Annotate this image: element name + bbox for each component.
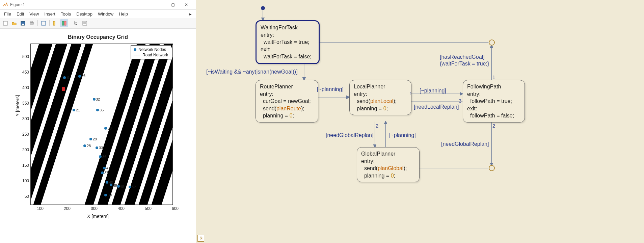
- network-node: [63, 76, 66, 79]
- close-button[interactable]: ✕: [180, 0, 193, 9]
- open-icon[interactable]: [10, 19, 18, 27]
- menu-bar: File Edit View Insert Tools Desktop Wind…: [0, 10, 196, 18]
- transition-follow-need-global-replan[interactable]: [needGlobalReplan]: [441, 141, 489, 147]
- insert-legend-icon[interactable]: [81, 19, 89, 27]
- new-figure-icon[interactable]: [1, 19, 9, 27]
- state-waiting-for-task[interactable]: WaitingForTask entry: waitForTask = true…: [256, 20, 320, 64]
- network-node: [73, 109, 75, 111]
- node-label: 48: [120, 184, 124, 188]
- menu-window[interactable]: Window: [95, 11, 116, 17]
- svg-rect-2: [22, 24, 24, 25]
- window-titlebar[interactable]: Figure 1 — ▢ ✕: [0, 0, 196, 10]
- x-axis-label: X [meters]: [0, 214, 196, 219]
- xtick: 300: [89, 206, 99, 211]
- network-node: [117, 185, 120, 188]
- menu-desktop[interactable]: Desktop: [74, 11, 95, 17]
- ytick: 150: [21, 163, 29, 168]
- transition-has-reached-goal-action[interactable]: {waitForTask = true;}: [440, 61, 489, 67]
- transition-global-to-local[interactable]: [~planning]: [389, 132, 416, 138]
- stateflow-canvas[interactable]: WaitingForTask entry: waitForTask = true…: [196, 0, 644, 243]
- plot-axes[interactable]: 9 26 21 32 35 38 29 28 33 36 4: [30, 44, 173, 205]
- state-line: planning = 0;: [354, 105, 407, 112]
- state-exit-kw: exit:: [467, 105, 520, 112]
- state-line: curGoal = newGoal;: [260, 98, 314, 105]
- menu-file[interactable]: File: [1, 11, 14, 17]
- network-node: [101, 171, 104, 174]
- y-axis-label: Y [meters]: [15, 95, 20, 116]
- node-label: 45: [113, 184, 117, 188]
- xtick: 400: [116, 206, 126, 211]
- brush-icon[interactable]: [60, 19, 68, 27]
- transition-follow-to-local[interactable]: [needLocalReplan]: [414, 104, 459, 110]
- data-cursor-icon[interactable]: [51, 19, 59, 27]
- network-node: [110, 184, 112, 186]
- ytick: 200: [21, 147, 29, 152]
- node-label: 35: [100, 108, 104, 112]
- state-global-planner[interactable]: GlobalPlanner entry: send(planGlobal); p…: [357, 147, 420, 182]
- state-title: GlobalPlanner: [361, 150, 415, 158]
- transition-priority: 2: [376, 123, 378, 129]
- transition-local-to-follow[interactable]: [~planning]: [420, 88, 446, 94]
- node-label: 37: [104, 171, 108, 175]
- transition-has-reached-goal[interactable]: [hasReachedGoal]: [440, 54, 485, 60]
- transition-route-to-local[interactable]: [~planning]: [317, 86, 344, 92]
- state-title: WaitingForTask: [261, 24, 315, 31]
- menu-more-icon[interactable]: ▸: [187, 11, 194, 17]
- node-label: 29: [93, 137, 97, 141]
- state-entry-kw: entry:: [467, 90, 520, 98]
- minimize-button[interactable]: —: [153, 0, 166, 9]
- node-label: 28: [87, 144, 91, 148]
- state-line: planning = 0;: [260, 112, 314, 119]
- state-local-planner[interactable]: LocalPlanner entry: send(planLocal); pla…: [349, 80, 411, 115]
- ytick: 450: [21, 70, 29, 75]
- node-label: 39: [108, 193, 112, 197]
- transition-priority: 3: [459, 98, 461, 104]
- xtick: 200: [62, 206, 72, 211]
- ytick: 100: [21, 179, 29, 183]
- svg-rect-0: [3, 21, 7, 25]
- menu-view[interactable]: View: [27, 11, 42, 17]
- svg-rect-9: [83, 21, 87, 25]
- link-plot-icon[interactable]: [39, 19, 48, 27]
- transition-wait-to-route[interactable]: [~isWaiting && ~any(isnan(newGoal))]: [206, 69, 298, 75]
- matlab-icon: [3, 2, 8, 7]
- network-node: [104, 194, 107, 196]
- print-icon[interactable]: [28, 19, 36, 27]
- network-node: [78, 75, 81, 78]
- legend-line-icon: [134, 55, 140, 55]
- menu-edit[interactable]: Edit: [14, 11, 27, 17]
- vehicle-marker: [62, 87, 65, 91]
- ytick: 300: [21, 116, 29, 121]
- state-route-planner[interactable]: RoutePlanner entry: curGoal = newGoal; s…: [256, 80, 318, 123]
- plot-legend[interactable]: Network Nodes Road Network: [131, 45, 171, 59]
- state-line: send(planLocal);: [354, 98, 407, 105]
- chart-badge-icon[interactable]: ⎘: [197, 235, 204, 242]
- transition-junction[interactable]: [489, 165, 495, 171]
- state-title: FollowingPath: [467, 83, 520, 90]
- maximize-button[interactable]: ▢: [166, 0, 180, 9]
- node-label: 21: [76, 108, 80, 112]
- xtick: 500: [143, 206, 153, 211]
- xtick: 600: [170, 206, 180, 211]
- save-icon[interactable]: [19, 19, 27, 27]
- svg-rect-4: [31, 21, 33, 22]
- window-title: Figure 1: [10, 2, 25, 7]
- pointer-icon[interactable]: [72, 19, 80, 27]
- occupancy-grid-image: [31, 44, 172, 205]
- network-node: [96, 146, 98, 149]
- initial-state-dot: [261, 6, 265, 10]
- state-following-path[interactable]: FollowingPath entry: followPath = true; …: [463, 80, 525, 123]
- transition-priority: 1: [492, 74, 495, 80]
- svg-rect-8: [64, 21, 66, 25]
- transition-junction[interactable]: [489, 39, 495, 46]
- network-node: [99, 155, 102, 158]
- state-entry-kw: entry:: [361, 158, 415, 165]
- menu-tools[interactable]: Tools: [58, 11, 74, 17]
- menu-help[interactable]: Help: [116, 11, 131, 17]
- plot-area[interactable]: Binary Occupancy Grid Y [meters] X [mete…: [0, 29, 196, 243]
- menu-insert[interactable]: Insert: [42, 11, 58, 17]
- state-line: planning = 0;: [361, 172, 415, 180]
- legend-nodes: Network Nodes: [138, 47, 166, 52]
- node-label: 36: [102, 155, 106, 159]
- transition-local-need-global-replan[interactable]: [needGlobalReplan]: [326, 132, 373, 138]
